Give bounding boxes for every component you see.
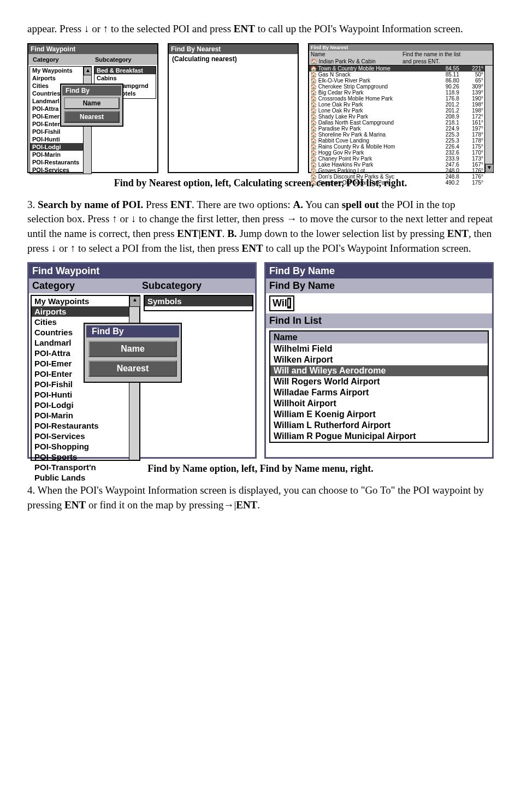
scroll-up-icon[interactable]: ▲ [84, 67, 92, 75]
key-ent: ENT [64, 499, 86, 511]
category-item[interactable]: POI-Restaurants [32, 420, 129, 431]
text: to call up the POI's Waypoint Informatio… [263, 242, 471, 254]
poi-row[interactable]: 🏠 Cherokee Strip Campground90.26309° [309, 84, 484, 90]
step4-paragraph: 4. When the POI's Waypoint Information s… [27, 483, 494, 512]
result-item[interactable]: William E Koenig Airport [270, 409, 488, 420]
result-item[interactable]: Willadae Farms Airport [270, 387, 488, 398]
result-item[interactable]: Will Rogers World Airport [270, 376, 488, 387]
find-by-popup: Find By Name Nearest [84, 323, 182, 383]
subcategory-item[interactable]: Cabins [94, 74, 156, 82]
calculating-message: (Calculating nearest) [169, 54, 298, 64]
result-item[interactable]: William L Rutherford Airport [270, 420, 488, 431]
category-item[interactable]: POI-Transport'n [32, 462, 129, 472]
category-item[interactable]: POI-Services [32, 431, 129, 441]
category-label: Category [31, 55, 93, 64]
poi-row[interactable]: 🏠 Dallas North East Campground218.1161° [309, 120, 484, 126]
result-item[interactable]: Wilhelmi Field [270, 343, 488, 354]
key-ent: ENT|ENT [177, 228, 222, 239]
popup-title: Find By [86, 325, 179, 337]
poi-row[interactable]: 🏠 Hogg Gov Rv Park232.6170° [309, 150, 484, 156]
poi-row[interactable]: 🏠 Rains County Rv & Mobile Hom226.4175° [309, 144, 484, 150]
poi-row[interactable]: 🏠 Shady Lake Rv Park208.9172° [309, 114, 484, 120]
find-waypoint-panel: Find Waypoint Category Subcategory My Wa… [27, 43, 158, 173]
category-item[interactable]: Public Lands [32, 472, 129, 483]
category-item[interactable]: POI-Fishil [30, 128, 83, 135]
panel-title: Find By Nearest [309, 44, 493, 51]
poi-row[interactable]: 🏠 Big Cedar Rv Park118.9139° [309, 90, 484, 96]
poi-row[interactable]: 🏠 Shoreline Rv Park & Marina225.3178° [309, 132, 484, 138]
name-button[interactable]: Name [88, 341, 177, 357]
text: appear. Press ↓ or ↑ to the selected POI… [27, 23, 234, 34]
find-waypoint-panel-2: Find Waypoint Category Subcategory My Wa… [27, 262, 257, 459]
poi-row[interactable]: 🏠 Paradise Rv Park224.9197° [309, 126, 484, 132]
poi-row[interactable]: 🏠 Crossroads Mobile Home Park176.8190° [309, 96, 484, 102]
category-item[interactable]: POI-Lodgi [30, 143, 83, 151]
text: B. [227, 228, 236, 239]
subcategory-item[interactable]: Bed & Breakfast [94, 67, 156, 74]
category-item[interactable]: My Waypoints [30, 67, 83, 74]
category-item[interactable]: My Waypoints [32, 296, 129, 306]
subcategory-item[interactable]: Symbols [145, 296, 252, 306]
intro-paragraph: appear. Press ↓ or ↑ to the selected POI… [27, 22, 494, 37]
poi-results-table[interactable]: 🏠 Town & Country Mobile Home84.55221°🏠 G… [309, 66, 484, 186]
poi-row[interactable]: 🏠 Elk-O-Vue River Park86.8065° [309, 78, 484, 84]
nearest-button[interactable]: Nearest [88, 360, 177, 377]
category-item[interactable]: POI-Hunti [32, 389, 129, 400]
category-item[interactable]: POI-Hunti [30, 135, 83, 143]
category-item[interactable]: POI-Marin [32, 410, 129, 420]
nearest-button[interactable]: Nearest [64, 111, 120, 123]
panel-subtitle: Find By Name [266, 278, 492, 293]
scrollbar[interactable]: ▼ [484, 66, 493, 174]
text: to call up the POI's Waypoint Informatio… [255, 23, 463, 34]
text: A. [293, 199, 303, 210]
poi-row[interactable]: 🏠 Town & Country Mobile Home84.55221° [309, 66, 484, 72]
result-item[interactable]: Will and Wileys Aerodrome [270, 365, 488, 376]
scroll-up-icon[interactable]: ▲ [129, 296, 140, 307]
panel-title: Find By Name [266, 264, 492, 278]
key-ent: ENT [447, 228, 469, 239]
key-ent: ENT [170, 199, 192, 210]
category-item[interactable]: POI-Shopping [32, 441, 129, 452]
name-button[interactable]: Name [64, 97, 120, 109]
category-item[interactable]: Airports [30, 74, 83, 82]
results-list[interactable]: Name Wilhelmi FieldWilken AirportWill an… [269, 330, 489, 443]
category-item[interactable]: Airports [32, 306, 129, 317]
category-item[interactable]: POI-Marin [30, 151, 83, 158]
key-ent: ENT [242, 242, 263, 254]
panel-title: Find By Nearest [169, 44, 298, 54]
text: . [222, 228, 228, 239]
key-ent: ENT [236, 499, 257, 511]
result-item[interactable]: William R Pogue Municipal Airport [270, 431, 488, 442]
subcategory-label: Subcategory [93, 55, 155, 64]
poi-row[interactable]: 🏠 Lone Oak Rv Park201.2198° [309, 102, 484, 108]
text: spell out [342, 199, 379, 210]
category-header: Category Subcategory [29, 278, 255, 293]
category-item[interactable]: POI-Sports [32, 452, 129, 462]
poi-row[interactable]: 🏠 Lone Oak Rv Park201.2198° [309, 108, 484, 114]
result-item[interactable]: Wilken Airport [270, 354, 488, 365]
hint-row-name: Indian Park Rv & Cabin [319, 58, 376, 64]
poi-row[interactable]: 🏠 Gas N Snack85.1150° [309, 72, 484, 78]
cursor: l [287, 298, 291, 309]
poi-row[interactable]: 🏠 Chaney Point Rv Park233.9173° [309, 156, 484, 162]
poi-row[interactable]: 🏠 Rabbit Cove Landing225.3178° [309, 138, 484, 144]
result-item[interactable]: Willhoit Airport [270, 398, 488, 409]
category-item[interactable]: POI-Shopping [30, 174, 83, 174]
category-item[interactable]: POI-Restaurants [30, 158, 83, 166]
find-by-popup: Find By Name Nearest [60, 84, 123, 127]
category-item[interactable]: POI-Services [30, 166, 83, 174]
poi-row[interactable]: 🏠 Lake Hawkins Rv Park247.6167° [309, 162, 484, 168]
subcategory-list[interactable]: Symbols [144, 295, 253, 311]
text: . There are two options: [192, 199, 293, 210]
text: or find it on the map by pressing→| [86, 499, 236, 511]
typed-text: Wil [273, 298, 287, 309]
scroll-down-icon[interactable]: ▼ [485, 164, 494, 173]
category-item[interactable]: POI-Lodgi [32, 400, 129, 410]
category-header: Category Subcategory [28, 54, 157, 65]
find-by-name-panel: Find By Name Find By Name Will Find In L… [264, 262, 494, 459]
poi-row[interactable]: 🏠 Groves Parking Lot248.0176° [309, 168, 484, 174]
text: You can [303, 199, 342, 210]
key-ent: ENT [234, 23, 255, 34]
find-by-nearest-results-panel: Find By Nearest Name Find the name in th… [308, 43, 494, 173]
name-input[interactable]: Will [269, 295, 294, 311]
